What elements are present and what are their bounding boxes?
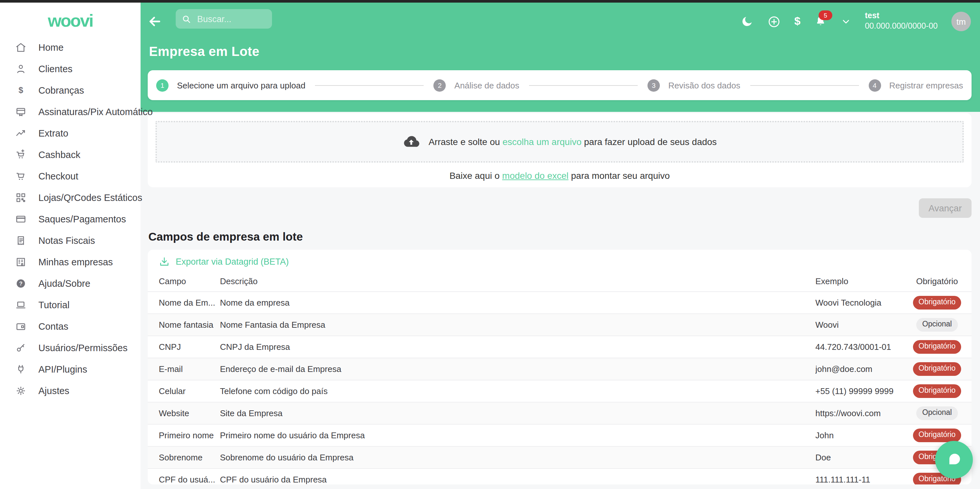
sidebar-item-extrato[interactable]: Extrato xyxy=(0,122,140,144)
sidebar-item-ajustes[interactable]: Ajustes xyxy=(0,380,140,401)
step-label: Selecione um arquivo para upload xyxy=(177,80,305,90)
stepper: 1 Selecione um arquivo para upload 2 Aná… xyxy=(148,70,972,100)
cell-descricao: CNPJ da Empresa xyxy=(220,336,815,358)
dark-mode-moon-icon[interactable] xyxy=(740,15,753,28)
step-data-analysis: 2 Análise de dados xyxy=(434,79,520,91)
table-row: CPF do usuá... CPF do usuário da Empresa… xyxy=(148,468,972,484)
sidebar-item-checkout[interactable]: Checkout xyxy=(0,165,140,187)
cell-campo: Celular xyxy=(148,380,220,402)
required-badge: Obrigatório xyxy=(913,296,961,310)
cell-obrigatorio: Obrigatório xyxy=(902,336,972,358)
sidebar-item-notas-fiscais[interactable]: Notas Fiscais xyxy=(0,230,140,251)
sidebar-item-clientes[interactable]: Clientes xyxy=(0,58,140,79)
col-header-campo: Campo xyxy=(148,270,220,292)
sidebar-item-lojas-qrcodes[interactable]: Lojas/QrCodes Estáticos xyxy=(0,187,140,208)
notifications-bell-icon[interactable]: 5 xyxy=(814,15,827,28)
window-top-edge xyxy=(0,0,980,3)
chat-bubble-icon xyxy=(945,451,963,468)
cell-descricao: Site da Empresa xyxy=(220,402,815,424)
qrcode-icon xyxy=(15,192,27,203)
account-name: test xyxy=(865,11,938,21)
chevron-down-icon[interactable] xyxy=(841,16,851,27)
step-label: Revisão dos dados xyxy=(668,80,740,90)
cell-exemplo: Woovi xyxy=(815,314,902,336)
step-connector xyxy=(529,85,638,86)
choose-file-link[interactable]: escolha um arquivo xyxy=(502,137,581,147)
laptop-icon xyxy=(15,299,27,311)
card-ribbon-icon xyxy=(15,106,27,117)
table-row: CNPJ CNPJ da Empresa 44.720.743/0001-01 … xyxy=(148,336,972,358)
receipt-icon xyxy=(15,234,27,246)
download-icon xyxy=(159,256,170,267)
excel-template-link[interactable]: modelo do excel xyxy=(502,170,568,181)
sidebar-item-cashback[interactable]: Cashback xyxy=(0,144,140,165)
sidebar-item-ajuda-sobre[interactable]: ? Ajuda/Sobre xyxy=(0,273,140,294)
col-header-descricao: Descrição xyxy=(220,270,815,292)
wallet-icon xyxy=(15,320,27,332)
sidebar-item-api-plugins[interactable]: API/Plugins xyxy=(0,358,140,380)
table-row: Nome da Em... Nome da empresa Woovi Tecn… xyxy=(148,292,972,314)
add-circle-icon[interactable] xyxy=(767,14,781,28)
cell-exemplo: 111.111.111-11 xyxy=(815,468,902,484)
sidebar-item-tutorial[interactable]: Tutorial xyxy=(0,294,140,315)
sidebar-item-minhas-empresas[interactable]: Minhas empresas xyxy=(0,251,140,273)
table-row: Sobrenome Sobrenome do usuário da Empres… xyxy=(148,446,972,468)
cell-exemplo: Woovi Tecnologia xyxy=(815,292,902,314)
notification-count-badge: 5 xyxy=(819,10,832,20)
step-data-review: 3 Revisão dos dados xyxy=(648,79,740,91)
step-register-companies: 4 Registrar empresas xyxy=(869,79,963,91)
svg-text:?: ? xyxy=(19,280,22,286)
sidebar-item-home[interactable]: Home xyxy=(0,37,140,58)
cell-exemplo: Doe xyxy=(815,446,902,468)
cell-obrigatorio: Opcional xyxy=(902,314,972,336)
required-badge: Obrigatório xyxy=(913,429,961,442)
help-circle-icon: ? xyxy=(15,277,27,289)
required-badge: Obrigatório xyxy=(913,362,961,376)
table-row: E-mail Endereço de e-mail da Empresa joh… xyxy=(148,358,972,380)
sidebar-item-saques-pagamentos[interactable]: Saques/Pagamentos xyxy=(0,208,140,230)
required-badge: Obrigatório xyxy=(913,384,961,398)
sidebar-nav: Home Clientes $ Cobranças Assinaturas/Pi… xyxy=(0,37,140,401)
cell-exemplo: John xyxy=(815,424,902,446)
plug-icon xyxy=(15,363,27,375)
cell-campo: Sobrenome xyxy=(148,446,220,468)
search-box[interactable] xyxy=(176,9,272,29)
step-number: 4 xyxy=(869,79,881,91)
col-header-obrigatorio: Obrigatório xyxy=(902,270,972,292)
sidebar-item-assinaturas-pix-automatico[interactable]: Assinaturas/Pix Automático xyxy=(0,101,140,122)
cell-obrigatorio: Obrigatório xyxy=(902,358,972,380)
step-number: 1 xyxy=(156,79,169,91)
required-badge: Obrigatório xyxy=(913,340,961,354)
gear-icon xyxy=(15,385,27,396)
next-button[interactable]: Avançar xyxy=(919,198,972,218)
cart-plus-icon xyxy=(15,149,27,160)
sidebar-item-contas[interactable]: Contas xyxy=(0,315,140,337)
export-datagrid-link[interactable]: Exportar via Datagrid (BETA) xyxy=(148,250,972,270)
account-document: 00.000.000/0000-00 xyxy=(865,21,938,32)
cell-campo: CNPJ xyxy=(148,336,220,358)
step-label: Análise de dados xyxy=(455,80,520,90)
required-badge: Opcional xyxy=(916,318,958,332)
chat-launcher-button[interactable] xyxy=(935,441,973,479)
fields-table-card: Exportar via Datagrid (BETA) Campo Descr… xyxy=(148,250,972,484)
sidebar-item-usuarios-permissoes[interactable]: Usuários/Permissões xyxy=(0,337,140,358)
cell-campo: Primeiro nome xyxy=(148,424,220,446)
cell-exemplo: https://woovi.com xyxy=(815,402,902,424)
sidebar-item-cobrancas[interactable]: $ Cobranças xyxy=(0,79,140,101)
account-switcher[interactable]: test 00.000.000/0000-00 xyxy=(865,11,938,32)
cell-descricao: CPF do usuário da Empresa xyxy=(220,468,815,484)
svg-text:$: $ xyxy=(19,85,23,94)
search-input[interactable] xyxy=(196,13,255,24)
home-icon xyxy=(15,41,27,53)
cell-campo: Nome da Em... xyxy=(148,292,220,314)
main-content: $ 5 test 00.000.000/0000-00 tm Empresa e… xyxy=(140,3,980,489)
file-dropzone[interactable]: Arraste e solte ou escolha um arquivo pa… xyxy=(156,121,964,163)
back-button[interactable] xyxy=(147,14,163,29)
dollar-icon: $ xyxy=(15,84,27,96)
cell-obrigatorio: Obrigatório xyxy=(902,292,972,314)
step-connector xyxy=(315,85,424,86)
balance-dollar-icon[interactable]: $ xyxy=(794,15,800,28)
cell-descricao: Endereço de e-mail da Empresa xyxy=(220,358,815,380)
woovi-logo[interactable]: woovi xyxy=(0,3,140,37)
avatar[interactable]: tm xyxy=(951,12,971,31)
